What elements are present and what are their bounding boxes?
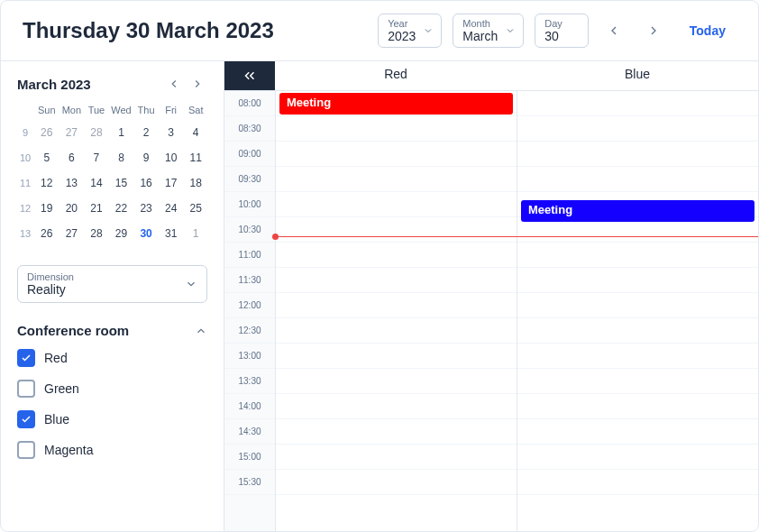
- time-slot[interactable]: [276, 445, 517, 470]
- collapse-sidebar-button[interactable]: [224, 61, 275, 90]
- room-option[interactable]: Green: [17, 380, 207, 398]
- mini-day[interactable]: 24: [160, 197, 183, 220]
- time-slot[interactable]: [517, 243, 758, 268]
- lane[interactable]: Meeting: [275, 91, 517, 531]
- mini-day[interactable]: 5: [35, 146, 59, 170]
- mini-day[interactable]: 7: [85, 146, 108, 170]
- time-slot[interactable]: [517, 369, 758, 394]
- mini-day[interactable]: 30: [134, 222, 158, 245]
- year-picker[interactable]: Year 2023: [378, 14, 442, 48]
- checkbox[interactable]: [17, 410, 35, 428]
- schedule-lanes: MeetingMeeting: [275, 91, 758, 531]
- time-slot[interactable]: [517, 344, 758, 369]
- mini-day[interactable]: 25: [184, 197, 207, 220]
- mini-day[interactable]: 16: [134, 171, 158, 195]
- mini-day[interactable]: 8: [110, 146, 133, 170]
- mini-day[interactable]: 15: [110, 171, 133, 195]
- mini-day[interactable]: 28: [85, 222, 108, 245]
- mini-day[interactable]: 1: [110, 121, 133, 144]
- mini-day[interactable]: 9: [134, 146, 158, 170]
- checkbox[interactable]: [17, 349, 35, 367]
- mini-day[interactable]: 6: [60, 146, 84, 170]
- mini-day[interactable]: 31: [160, 222, 183, 245]
- week-number: 13: [17, 222, 33, 245]
- time-slot[interactable]: [517, 470, 758, 495]
- time-slot[interactable]: [276, 344, 517, 369]
- mini-day[interactable]: 12: [35, 171, 59, 195]
- time-slot[interactable]: [276, 142, 517, 167]
- time-slot[interactable]: [517, 293, 758, 318]
- today-button[interactable]: Today: [679, 18, 736, 43]
- room-option[interactable]: Magenta: [17, 441, 207, 459]
- time-slot[interactable]: [276, 394, 517, 419]
- mini-day[interactable]: 2: [134, 121, 158, 144]
- month-picker[interactable]: Month March: [453, 14, 524, 48]
- time-slot[interactable]: [276, 217, 517, 243]
- time-slot[interactable]: [276, 470, 517, 495]
- time-slot[interactable]: [276, 167, 517, 192]
- dow-label: Tue: [85, 101, 108, 119]
- day-picker[interactable]: Day 30: [535, 14, 589, 48]
- lane[interactable]: Meeting: [517, 91, 758, 531]
- mini-day[interactable]: 27: [60, 121, 84, 144]
- mini-day[interactable]: 13: [60, 171, 84, 195]
- event[interactable]: Meeting: [521, 200, 754, 222]
- dow-label: Wed: [110, 101, 133, 119]
- chevron-down-icon: [185, 278, 197, 290]
- mini-day[interactable]: 23: [134, 197, 158, 220]
- room-option[interactable]: Red: [17, 349, 207, 367]
- mini-day[interactable]: 3: [160, 121, 183, 144]
- mini-day[interactable]: 21: [85, 197, 108, 220]
- dow-label: Sat: [184, 101, 207, 119]
- time-slot[interactable]: [517, 142, 758, 167]
- time-label: 14:30: [224, 419, 275, 445]
- mini-day[interactable]: 29: [110, 222, 133, 245]
- mini-day[interactable]: 22: [110, 197, 133, 220]
- checkbox[interactable]: [17, 441, 35, 459]
- mini-day[interactable]: 19: [35, 197, 59, 220]
- dimension-select[interactable]: Dimension Reality: [17, 265, 207, 303]
- mini-day[interactable]: 26: [35, 121, 59, 144]
- mini-day[interactable]: 4: [184, 121, 207, 144]
- time-slot[interactable]: [517, 394, 758, 419]
- time-slot[interactable]: [517, 91, 758, 116]
- mini-day[interactable]: 17: [160, 171, 183, 195]
- next-button[interactable]: [639, 16, 668, 45]
- time-slot[interactable]: [276, 318, 517, 344]
- mini-day[interactable]: 20: [60, 197, 84, 220]
- mini-prev-button[interactable]: [164, 76, 184, 92]
- time-slot[interactable]: [276, 293, 517, 318]
- time-slot[interactable]: [517, 419, 758, 445]
- rooms-section-toggle[interactable]: Conference room: [17, 323, 207, 338]
- checkbox[interactable]: [17, 380, 35, 398]
- event[interactable]: Meeting: [279, 93, 513, 115]
- mini-day[interactable]: 27: [60, 222, 84, 245]
- mini-next-button[interactable]: [187, 76, 207, 92]
- time-label: 13:00: [224, 344, 275, 369]
- time-slot[interactable]: [276, 192, 517, 217]
- time-slot[interactable]: [517, 116, 758, 142]
- week-number: 9: [17, 121, 33, 144]
- prev-button[interactable]: [599, 16, 628, 45]
- schedule-columns-header: RedBlue: [224, 61, 758, 91]
- mini-day[interactable]: 11: [184, 146, 207, 170]
- time-slot[interactable]: [276, 369, 517, 394]
- mini-day[interactable]: 18: [184, 171, 207, 195]
- time-slot[interactable]: [517, 318, 758, 344]
- mini-day[interactable]: 1: [184, 222, 207, 245]
- time-slot[interactable]: [517, 167, 758, 192]
- time-slot[interactable]: [276, 419, 517, 445]
- header: Thursday 30 March 2023 Year 2023 Month M…: [1, 1, 758, 60]
- time-label: 15:00: [224, 445, 275, 470]
- time-slot[interactable]: [517, 268, 758, 293]
- time-slot[interactable]: [276, 243, 517, 268]
- time-label: 10:00: [224, 192, 275, 217]
- mini-day[interactable]: 26: [35, 222, 59, 245]
- time-slot[interactable]: [276, 116, 517, 142]
- time-slot[interactable]: [276, 268, 517, 293]
- time-slot[interactable]: [517, 445, 758, 470]
- mini-day[interactable]: 14: [85, 171, 108, 195]
- mini-day[interactable]: 10: [160, 146, 183, 170]
- mini-day[interactable]: 28: [85, 121, 108, 144]
- room-option[interactable]: Blue: [17, 410, 207, 428]
